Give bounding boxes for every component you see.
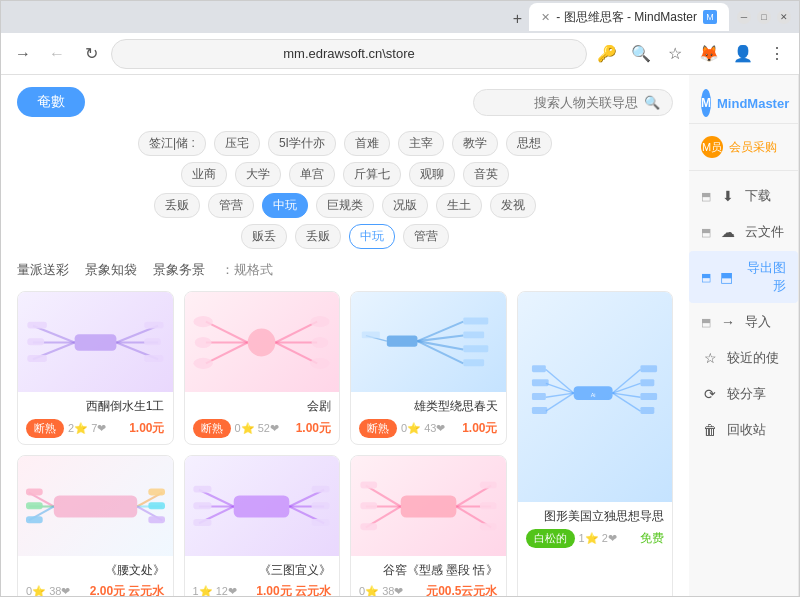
- svg-rect-75: [360, 523, 377, 530]
- nav-bar: ⋮ 👤 🦊 ☆ 🔍 🔑 mm.edrawsoft.cn\store ↻ ← →: [1, 33, 799, 75]
- svg-rect-25: [463, 345, 488, 352]
- card-2-buy-btn[interactable]: 断熟: [359, 419, 397, 438]
- tag-manage2[interactable]: 管营: [403, 224, 449, 249]
- svg-rect-88: [194, 519, 212, 526]
- search-nav-icon[interactable]: 🔍: [627, 40, 655, 68]
- tag-broadcast[interactable]: 发视: [490, 193, 536, 218]
- search-input[interactable]: [488, 95, 638, 110]
- tab-close-icon[interactable]: ✕: [541, 11, 550, 24]
- extension-icon[interactable]: 🦊: [695, 40, 723, 68]
- sidebar-item-trash[interactable]: 回收站 🗑: [689, 413, 798, 447]
- filter-landscape[interactable]: 景象务景: [153, 261, 205, 279]
- tag-difficult[interactable]: 首难: [344, 131, 390, 156]
- card-6-price: 元00.5云元水: [426, 583, 497, 596]
- tab-title: 图思维思客 - MindMaster -: [556, 9, 697, 26]
- tag-sign[interactable]: : 签江|储: [138, 131, 206, 156]
- card-3-mindmap: [192, 300, 331, 385]
- tag-version[interactable]: 况版: [382, 193, 428, 218]
- sidebar-item-export[interactable]: 导出图形 ⬒ ⬒: [689, 251, 798, 303]
- forward-button[interactable]: →: [9, 40, 37, 68]
- maximize-button[interactable]: □: [757, 10, 771, 24]
- card-4-buy-btn[interactable]: 断熟: [26, 419, 64, 438]
- card-1-free-btn[interactable]: 白松的: [526, 529, 575, 548]
- card-7-thumb: [185, 456, 340, 556]
- tag-extra1[interactable]: 丢贩: [295, 224, 341, 249]
- tag-compute[interactable]: 斤算七: [343, 162, 401, 187]
- svg-rect-15: [641, 379, 655, 386]
- card-2-mindmap: [359, 300, 498, 385]
- tag-internet[interactable]: 巨规类: [316, 193, 374, 218]
- svg-rect-51: [27, 355, 46, 362]
- tag-play[interactable]: 中玩: [262, 193, 308, 218]
- card-8[interactable]: 《腰文处》 2.00元 云元水 ❤38 ⭐0: [17, 455, 174, 596]
- card-4-meta: 1.00元 ❤7 ⭐2 断熟: [26, 419, 165, 438]
- card-4[interactable]: 西酮倒水生1工 1.00元 ❤7 ⭐2 断熟: [17, 291, 174, 445]
- right-sidebar: MindMaster M 会员采购 M员 下载 ⬇ ⬒ 云文件 ☁ ⬒ 导出图形…: [689, 75, 799, 596]
- svg-rect-17: [641, 407, 655, 414]
- card-4-actions: ❤7 ⭐2 断熟: [26, 419, 106, 438]
- cloud-icon: ☁: [719, 223, 737, 241]
- filter-color[interactable]: 量派送彩: [17, 261, 69, 279]
- tag-5i[interactable]: 5I学什亦: [268, 131, 336, 156]
- tag-teach[interactable]: 教学: [452, 131, 498, 156]
- card-7[interactable]: 《三图宜义》 1.00元 云元水 ❤12 ⭐1: [184, 455, 341, 596]
- bookmark-icon[interactable]: ☆: [661, 40, 689, 68]
- active-tab[interactable]: M 图思维思客 - MindMaster - ✕: [529, 3, 729, 31]
- card-8-stats: ❤38 ⭐0: [26, 585, 70, 596]
- tag-pressure[interactable]: 压宅: [214, 131, 260, 156]
- search-icon: 🔍: [644, 95, 660, 110]
- account-icon[interactable]: 👤: [729, 40, 757, 68]
- download-icon2: ⬒: [701, 190, 711, 203]
- card-3-buy-btn[interactable]: 断熟: [193, 419, 231, 438]
- sidebar-item-share[interactable]: 较分享 ⟳: [689, 377, 798, 411]
- close-button[interactable]: ✕: [777, 10, 791, 24]
- card-8-info: 《腰文处》 2.00元 云元水 ❤38 ⭐0: [18, 556, 173, 596]
- back-button[interactable]: ←: [43, 40, 71, 68]
- tag-extra2[interactable]: 贩丢: [241, 224, 287, 249]
- card-6[interactable]: 《型感 墨段 恬》谷窖 元00.5云元水 ❤38 ⭐0: [350, 455, 507, 596]
- sidebar-item-cloud[interactable]: 云文件 ☁ ⬒: [689, 215, 798, 249]
- tag-sell[interactable]: 丢贩: [154, 193, 200, 218]
- svg-rect-104: [148, 516, 165, 523]
- tag-business[interactable]: 业商: [181, 162, 227, 187]
- tag-english[interactable]: 音英: [463, 162, 509, 187]
- card-3-actions: ❤52 ⭐0 断熟: [193, 419, 279, 438]
- recommend-button[interactable]: 奄數: [17, 87, 85, 117]
- tag-life[interactable]: 生土: [436, 193, 482, 218]
- filter-portrait[interactable]: 景象知袋: [85, 261, 137, 279]
- search-box[interactable]: 🔍: [473, 89, 673, 116]
- title-bar: ✕ □ ─ M 图思维思客 - MindMaster - ✕ +: [1, 1, 799, 33]
- svg-rect-12: [532, 393, 546, 400]
- tag-university[interactable]: 大学: [235, 162, 281, 187]
- card-7-mindmap: [192, 464, 331, 549]
- key-icon[interactable]: 🔑: [593, 40, 621, 68]
- sidebar-item-recent[interactable]: 较近的使 ☆: [689, 341, 798, 375]
- main-area: 🔍 奄數 思想 教学 主宰 首难 5I学什亦 压宅 : 签江|储 音英: [1, 75, 689, 596]
- sidebar-item-download[interactable]: 下载 ⬇ ⬒: [689, 179, 798, 213]
- minimize-button[interactable]: ─: [737, 10, 751, 24]
- tag-master[interactable]: 主宰: [398, 131, 444, 156]
- refresh-button[interactable]: ↻: [77, 40, 105, 68]
- tag-play2[interactable]: 中玩: [349, 224, 395, 249]
- vip-text: 会员采购: [729, 139, 777, 156]
- menu-button[interactable]: ⋮: [763, 40, 791, 68]
- card-2-title: 雄类型绕思春天: [359, 398, 498, 415]
- tag-palace[interactable]: 单宫: [289, 162, 335, 187]
- card-1[interactable]: Ai: [517, 291, 674, 596]
- svg-rect-99: [26, 488, 43, 495]
- sidebar-item-import[interactable]: 导入 → ⬒: [689, 305, 798, 339]
- address-bar[interactable]: mm.edrawsoft.cn\store: [111, 39, 587, 69]
- card-3[interactable]: 会剧 1.00元 ❤52 ⭐0 断熟: [184, 291, 341, 445]
- card-2[interactable]: 雄类型绕思春天 1.00元 ❤43 ⭐0 断熟: [350, 291, 507, 445]
- tag-chat[interactable]: 观聊: [409, 162, 455, 187]
- tag-manage[interactable]: 管营: [208, 193, 254, 218]
- card-6-mindmap: [359, 464, 498, 549]
- card-8-thumb: [18, 456, 173, 556]
- top-row: 🔍 奄數: [17, 87, 673, 117]
- browser-content: MindMaster M 会员采购 M员 下载 ⬇ ⬒ 云文件 ☁ ⬒ 导出图形…: [1, 75, 799, 596]
- svg-rect-92: [54, 495, 137, 517]
- sidebar-label-export: 导出图形: [742, 259, 786, 295]
- tag-thinking[interactable]: 思想: [506, 131, 552, 156]
- new-tab-button[interactable]: +: [505, 7, 529, 31]
- download-icon: ⬇: [719, 187, 737, 205]
